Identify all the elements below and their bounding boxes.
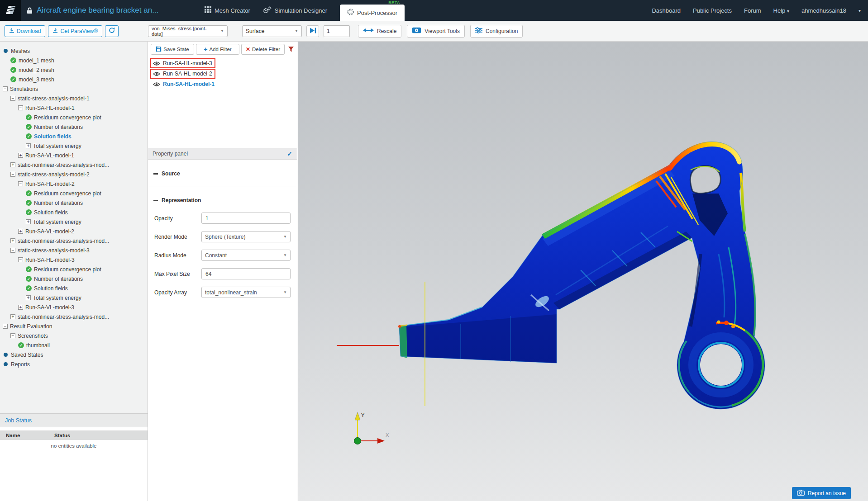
display-mode-value: Surface — [246, 28, 264, 34]
tab-post-processor[interactable]: BETA Post-Processor — [340, 5, 405, 21]
expand-icon[interactable]: + — [10, 238, 15, 243]
tree-item-meshes[interactable]: Meshes — [0, 46, 148, 56]
property-panel-header[interactable]: Property panel ✓ — [148, 148, 297, 160]
pipeline-item-run-sa-hl-model-2[interactable]: Run-SA-HL-model-2 — [150, 69, 215, 79]
tree-item-model-1-mesh[interactable]: ✓model_1 mesh — [0, 56, 148, 65]
user-menu[interactable]: ahmedhussain18 — [801, 7, 846, 14]
tree-item-total-system-energy[interactable]: +Total system energy — [0, 293, 148, 302]
rescale-button[interactable]: Rescale — [358, 25, 401, 38]
expand-icon[interactable]: + — [18, 229, 23, 234]
tree-item-solution-fields[interactable]: ✓Solution fields — [0, 208, 148, 217]
play-button[interactable] — [306, 25, 319, 37]
tab-mesh-creator[interactable]: Mesh Creator — [205, 6, 250, 14]
collapse-icon[interactable]: − — [10, 333, 15, 338]
add-filter-button[interactable]: + Add Filter — [196, 44, 239, 55]
tree-item-thumbnail[interactable]: ✓thumbnail — [0, 340, 148, 350]
field-select[interactable]: von_Mises_stress [point-data] ▼ — [148, 25, 228, 37]
display-mode-select[interactable]: Surface ▼ — [242, 25, 302, 37]
tree-item-model-3-mesh[interactable]: ✓model_3 mesh — [0, 75, 148, 84]
tab-simulation-designer[interactable]: Simulation Designer — [263, 6, 327, 15]
tree-item-run-sa-hl-model-2[interactable]: −Run-SA-HL-model-2 — [0, 179, 148, 189]
expand-icon[interactable]: + — [26, 295, 31, 300]
collapse-icon[interactable]: − — [18, 181, 23, 186]
collapse-icon[interactable]: − — [3, 86, 8, 91]
collapse-icon[interactable]: − — [18, 257, 23, 262]
save-state-button[interactable]: Save State — [151, 44, 194, 55]
visibility-eye-icon[interactable] — [153, 82, 160, 87]
tree-item-number-of-iterations[interactable]: ✓Number of iterations — [0, 198, 148, 208]
render-mode-select[interactable]: Sphere (Texture)▼ — [201, 231, 291, 242]
source-section-header[interactable]: Source — [153, 170, 291, 177]
tree-item-solution-fields[interactable]: ✓Solution fields — [0, 284, 148, 293]
field-label: Max Pixel Size — [154, 271, 201, 277]
tree-item-saved-states[interactable]: Saved States — [0, 350, 148, 359]
pipeline-item-run-sa-hl-model-1[interactable]: Run-SA-HL-model-1 — [150, 79, 218, 89]
tree-item-solution-fields[interactable]: ✓Solution fields — [0, 132, 148, 141]
representation-section-header[interactable]: Representation — [153, 197, 291, 203]
filter-funnel-icon[interactable] — [288, 46, 294, 52]
get-paraview-button[interactable]: Get ParaView® — [48, 25, 102, 37]
tree-item-total-system-energy[interactable]: +Total system energy — [0, 141, 148, 151]
collapse-icon[interactable]: − — [10, 248, 15, 253]
delete-filter-button[interactable]: ✕ Delete Filter — [241, 44, 285, 55]
nav-dashboard[interactable]: Dashboard — [652, 7, 681, 14]
bracket-model[interactable] — [398, 142, 765, 409]
tree-item-run-sa-hl-model-1[interactable]: −Run-SA-HL-model-1 — [0, 103, 148, 113]
tree-item-run-sa-vl-model-3[interactable]: +Run-SA-VL-model-3 — [0, 302, 148, 312]
opacity-row: Opacity — [154, 213, 291, 224]
collapse-icon[interactable]: − — [10, 172, 15, 177]
pipeline-item-run-sa-hl-model-3[interactable]: Run-SA-HL-model-3 — [150, 58, 215, 68]
configuration-button[interactable]: Configuration — [470, 25, 523, 38]
visibility-eye-icon[interactable] — [153, 61, 160, 66]
expand-icon[interactable]: + — [10, 314, 15, 319]
tree-item-residuum-convergence-plot[interactable]: ✓Residuum convergence plot — [0, 113, 148, 122]
save-state-label: Save State — [163, 47, 189, 52]
tree-item-run-sa-hl-model-3[interactable]: −Run-SA-HL-model-3 — [0, 255, 148, 265]
tree-item-run-sa-vl-model-2[interactable]: +Run-SA-VL-model-2 — [0, 227, 148, 236]
frame-number-input[interactable] — [324, 25, 350, 37]
report-issue-button[interactable]: Report an issue — [792, 487, 851, 499]
tree-item-static-nonlinear-stress-analysis-mod[interactable]: +static-nonlinear-stress-analysis-mod... — [0, 236, 148, 246]
viewport-3d[interactable]: Y X Report an issue — [298, 42, 868, 501]
nav-public-projects[interactable]: Public Projects — [693, 7, 732, 14]
refresh-button[interactable] — [105, 25, 119, 37]
viewport-3d-scene[interactable]: Y X — [298, 42, 868, 501]
tree-item-result-evaluation[interactable]: −Result Evaluation — [0, 321, 148, 331]
expand-icon[interactable]: + — [26, 143, 31, 148]
radius-mode-select[interactable]: Constant▼ — [201, 250, 291, 261]
tree-item-screenshots[interactable]: −Screenshots — [0, 331, 148, 340]
tree-item-reports[interactable]: Reports — [0, 359, 148, 369]
expand-icon[interactable]: + — [18, 305, 23, 310]
tree-item-number-of-iterations[interactable]: ✓Number of iterations — [0, 274, 148, 284]
pipeline-list: Run-SA-HL-model-3Run-SA-HL-model-2Run-SA… — [148, 57, 297, 148]
tree-item-total-system-energy[interactable]: +Total system energy — [0, 217, 148, 227]
tree-item-static-stress-analysis-model-3[interactable]: −static-stress-analysis-model-3 — [0, 246, 148, 255]
tree-item-run-sa-vl-model-1[interactable]: +Run-SA-VL-model-1 — [0, 151, 148, 160]
chevron-down-icon[interactable]: ▾ — [858, 8, 861, 13]
expand-icon[interactable]: + — [26, 219, 31, 224]
tree-item-simulations[interactable]: −Simulations — [0, 84, 148, 94]
max-pixel-size-input[interactable] — [201, 268, 291, 279]
collapse-icon[interactable]: − — [18, 105, 23, 110]
tree-item-number-of-iterations[interactable]: ✓Number of iterations — [0, 122, 148, 132]
tree-item-static-nonlinear-stress-analysis-mod[interactable]: +static-nonlinear-stress-analysis-mod... — [0, 312, 148, 321]
simscale-logo[interactable] — [0, 0, 21, 21]
viewport-tools-button[interactable]: Viewport Tools — [407, 25, 465, 38]
download-button[interactable]: Download — [5, 25, 45, 37]
tree-item-residuum-convergence-plot[interactable]: ✓Residuum convergence plot — [0, 189, 148, 198]
nav-help-menu[interactable]: Help ▾ — [773, 7, 789, 14]
expand-icon[interactable]: + — [18, 153, 23, 158]
axis-y-label: Y — [361, 412, 365, 418]
tree-item-residuum-convergence-plot[interactable]: ✓Residuum convergence plot — [0, 265, 148, 274]
tree-item-static-nonlinear-stress-analysis-mod[interactable]: +static-nonlinear-stress-analysis-mod... — [0, 160, 148, 170]
tree-item-model-2-mesh[interactable]: ✓model_2 mesh — [0, 65, 148, 75]
expand-icon[interactable]: + — [10, 162, 15, 167]
visibility-eye-icon[interactable] — [153, 71, 160, 76]
opacity-array-select[interactable]: total_nonlinear_strain▼ — [201, 287, 291, 298]
opacity-input[interactable] — [201, 213, 291, 224]
nav-forum[interactable]: Forum — [744, 7, 761, 14]
collapse-icon[interactable]: − — [3, 324, 8, 329]
collapse-icon[interactable]: − — [10, 96, 15, 101]
tree-item-static-stress-analysis-model-2[interactable]: −static-stress-analysis-model-2 — [0, 170, 148, 179]
tree-item-static-stress-analysis-model-1[interactable]: −static-stress-analysis-model-1 — [0, 94, 148, 103]
